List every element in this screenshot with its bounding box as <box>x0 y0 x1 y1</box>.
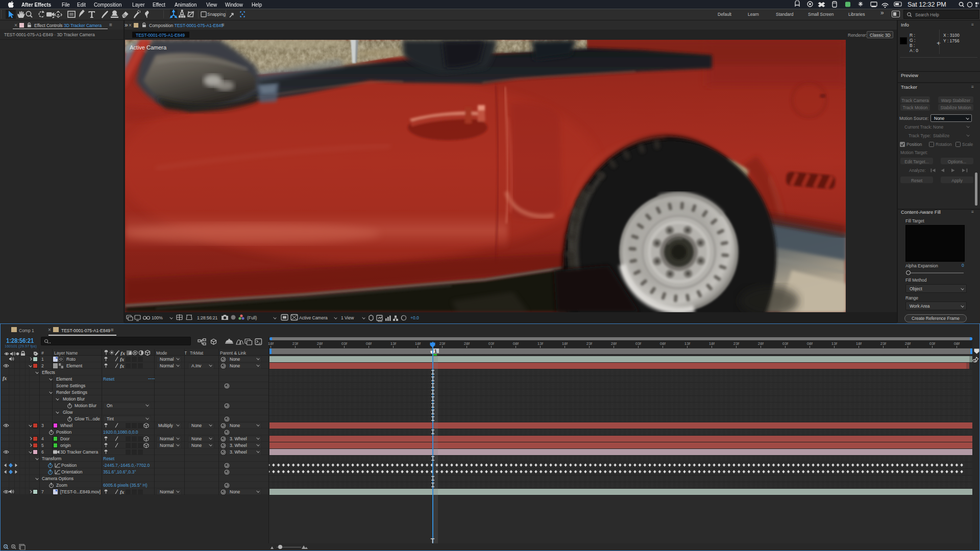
svg-text:Active Camera: Active Camera <box>130 44 167 51</box>
svg-text:fx: fx <box>120 357 124 362</box>
svg-text:fx: fx <box>120 489 124 495</box>
svg-text:fx: fx <box>120 363 124 369</box>
